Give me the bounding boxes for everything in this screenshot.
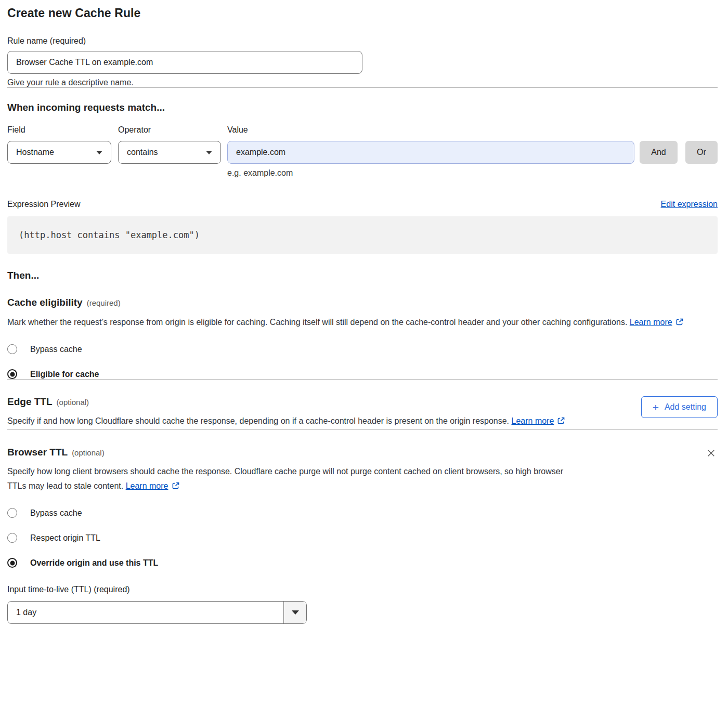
cache-eligibility-title: Cache eligibility <box>7 297 83 308</box>
divider <box>7 379 718 380</box>
edit-expression-link[interactable]: Edit expression <box>661 200 718 209</box>
radio-icon[interactable] <box>7 508 17 518</box>
match-labels-row: Field Operator Value <box>7 125 718 135</box>
edge-ttl-learn-more-link[interactable]: Learn more <box>512 416 554 425</box>
remove-browser-ttl-button[interactable] <box>705 447 718 461</box>
field-label: Field <box>7 125 118 135</box>
operator-select-value: contains <box>127 148 158 157</box>
value-column: e.g. example.com <box>227 141 634 178</box>
edge-ttl-qualifier: (optional) <box>57 398 89 407</box>
edge-ttl-description-text: Specify if and how long Cloudflare shoul… <box>7 416 509 425</box>
chevron-down-icon <box>206 151 212 154</box>
radio-option-bypass-cache[interactable]: Bypass cache <box>7 344 718 354</box>
value-label: Value <box>227 125 248 135</box>
expression-code: (http.host contains "example.com") <box>19 230 200 240</box>
divider <box>7 87 718 88</box>
radio-option-label: Respect origin TTL <box>30 533 100 543</box>
page-title: Create new Cache Rule <box>7 6 718 20</box>
divider <box>7 429 718 430</box>
rule-name-help: Give your rule a descriptive name. <box>7 78 718 87</box>
expression-code-box: (http.host contains "example.com") <box>7 216 718 254</box>
browser-ttl-text: Browser TTL (optional) Specify how long … <box>7 447 582 494</box>
cache-eligibility-description-text: Mark whether the request’s response from… <box>7 318 627 327</box>
radio-option-eligible-for-cache[interactable]: Eligible for cache <box>7 369 718 379</box>
cache-eligibility-learn-more-link[interactable]: Learn more <box>630 318 672 327</box>
value-help: e.g. example.com <box>227 168 634 178</box>
radio-option-browser-bypass-cache[interactable]: Bypass cache <box>7 508 718 518</box>
rule-name-input[interactable] <box>7 51 362 74</box>
radio-checked-icon[interactable] <box>7 369 17 379</box>
external-link-icon <box>557 415 565 429</box>
radio-option-override-origin-ttl[interactable]: Override origin and use this TTL <box>7 558 718 568</box>
radio-option-respect-origin-ttl[interactable]: Respect origin TTL <box>7 533 718 543</box>
radio-option-label: Bypass cache <box>30 509 82 518</box>
radio-option-label: Eligible for cache <box>30 370 99 379</box>
external-link-icon <box>675 316 684 331</box>
ttl-select-value: 1 day <box>8 602 283 623</box>
radio-option-label: Override origin and use this TTL <box>30 558 158 568</box>
cache-eligibility-description: Mark whether the request’s response from… <box>7 315 707 331</box>
browser-ttl-section-header: Browser TTL (optional) Specify how long … <box>7 447 718 494</box>
match-controls-row: Hostname contains e.g. example.com And O… <box>7 141 718 178</box>
cache-eligibility-title-row: Cache eligibility (required) <box>7 297 718 308</box>
edge-ttl-description: Specify if and how long Cloudflare shoul… <box>7 414 582 429</box>
browser-ttl-description: Specify how long client browsers should … <box>7 464 582 494</box>
operator-select[interactable]: contains <box>118 141 221 164</box>
browser-ttl-description-text: Specify how long client browsers should … <box>7 467 563 490</box>
field-select[interactable]: Hostname <box>7 141 111 164</box>
plus-icon: + <box>653 402 659 413</box>
ttl-label: Input time-to-live (TTL) (required) <box>7 585 718 594</box>
cache-eligibility-qualifier: (required) <box>87 298 121 307</box>
ttl-input-section: Input time-to-live (TTL) (required) 1 da… <box>7 585 718 624</box>
add-setting-label: Add setting <box>665 402 706 412</box>
close-icon <box>706 452 717 460</box>
and-button[interactable]: And <box>640 141 678 164</box>
match-heading: When incoming requests match... <box>7 102 718 113</box>
expression-preview-label: Expression Preview <box>7 200 81 209</box>
ttl-select[interactable]: 1 day <box>7 601 307 624</box>
or-button[interactable]: Or <box>685 141 718 164</box>
rule-name-section: Rule name (required) Give your rule a de… <box>7 36 718 87</box>
edge-ttl-title: Edge TTL <box>7 396 53 408</box>
value-input[interactable] <box>227 141 634 164</box>
ttl-select-arrow-button[interactable] <box>283 602 306 623</box>
radio-checked-icon[interactable] <box>7 558 17 568</box>
external-link-icon <box>172 480 180 494</box>
browser-ttl-title-row: Browser TTL (optional) <box>7 447 582 458</box>
edge-ttl-text: Edge TTL (optional) Specify if and how l… <box>7 396 582 429</box>
radio-icon[interactable] <box>7 533 17 543</box>
browser-ttl-title: Browser TTL <box>7 447 68 458</box>
expression-header: Expression Preview Edit expression <box>7 200 718 209</box>
radio-icon[interactable] <box>7 344 17 354</box>
browser-ttl-learn-more-link[interactable]: Learn more <box>126 481 168 490</box>
field-select-value: Hostname <box>16 148 54 157</box>
then-heading: Then... <box>7 270 718 281</box>
edge-ttl-title-row: Edge TTL (optional) <box>7 396 582 408</box>
create-cache-rule-form: Create new Cache Rule Rule name (require… <box>7 6 718 624</box>
operator-label: Operator <box>118 125 227 135</box>
edge-ttl-section: Edge TTL (optional) Specify if and how l… <box>7 396 718 429</box>
radio-option-label: Bypass cache <box>30 345 82 354</box>
chevron-down-icon <box>292 610 299 615</box>
rule-name-label: Rule name (required) <box>7 36 718 46</box>
add-setting-button[interactable]: + Add setting <box>641 396 718 418</box>
chevron-down-icon <box>96 151 102 154</box>
browser-ttl-qualifier: (optional) <box>72 448 105 457</box>
